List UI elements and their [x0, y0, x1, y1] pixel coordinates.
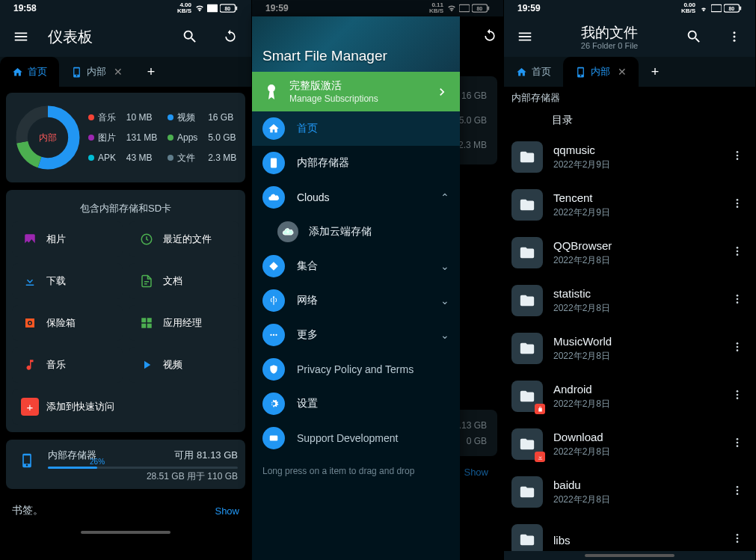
folder-row[interactable]: Android 2022年2月8日 [504, 372, 755, 420]
folder-row[interactable]: baidu 2022年2月8日 [504, 468, 755, 516]
folder-row[interactable]: statistic 2022年2月8日 [504, 277, 755, 324]
refresh-button[interactable] [217, 23, 244, 50]
activate-banner[interactable]: 完整版激活 Manage Subscriptions [252, 72, 460, 111]
phone-icon [13, 449, 40, 483]
row-overflow-button[interactable] [727, 148, 748, 166]
row-overflow-button[interactable] [727, 483, 748, 501]
app-bar: 我的文件 26 Folder 0 File [504, 16, 755, 57]
svg-text:✕: ✕ [211, 6, 214, 10]
chevron-down-icon: ⌄ [440, 260, 449, 272]
nav-handle[interactable] [585, 554, 674, 557]
refresh-button[interactable] [482, 28, 497, 46]
status-bar: 19:58 4.00KB/S ✕ 80 [0, 0, 251, 16]
row-overflow-button[interactable] [727, 435, 748, 453]
svg-rect-21 [711, 4, 722, 11]
svg-point-53 [737, 538, 739, 540]
svg-point-31 [737, 199, 739, 201]
folder-name: Tencent [553, 191, 716, 204]
svg-point-51 [737, 493, 739, 495]
folder-icon [511, 476, 543, 508]
svg-rect-20 [270, 436, 278, 441]
row-overflow-button[interactable] [727, 339, 748, 357]
app-bar: 仪表板 [0, 16, 251, 57]
add-quick-access-tile[interactable]: + 添加到快速访问 [12, 389, 239, 425]
quick-tile-apps[interactable]: 应用经理 [129, 305, 239, 341]
main-scroll[interactable]: 内部 音乐10 MB视频16 GB图片131 MBApps5.0 GBAPK43… [0, 87, 251, 560]
quick-tile-doc[interactable]: 文档 [129, 263, 239, 299]
folder-row[interactable]: Download 2022年2月8日 [504, 420, 755, 468]
row-overflow-button[interactable] [727, 292, 748, 310]
quick-tile-download[interactable]: 下载 [12, 263, 123, 299]
show-button[interactable]: Show [215, 505, 239, 517]
folder-row[interactable]: qqmusic 2022年2月9日 [504, 133, 755, 181]
folder-row[interactable]: Tencent 2022年2月9日 [504, 181, 755, 229]
legend-item: 音乐 [88, 111, 117, 124]
search-button[interactable] [176, 23, 203, 50]
drawer-item-network[interactable]: 网络 ⌄ [252, 283, 460, 318]
cloud-plus-icon [282, 226, 294, 238]
add-tab-button[interactable]: + [639, 57, 672, 87]
storage-legend: 音乐10 MB视频16 GB图片131 MBApps5.0 GBAPK43 MB… [88, 111, 238, 164]
legend-value: 16 GB [208, 112, 238, 123]
folder-icon [511, 237, 543, 268]
nav-drawer: Smart File Manager 完整版激活 Manage Subscrip… [252, 16, 460, 560]
tab-internal[interactable]: 内部 ✕ [563, 57, 639, 87]
quick-tile-music[interactable]: 音乐 [12, 347, 123, 383]
drawer-item-add-cloud[interactable]: 添加云端存储 [252, 215, 460, 249]
folder-row[interactable]: QQBrowser 2022年2月8日 [504, 229, 755, 277]
svg-point-18 [273, 334, 274, 336]
folder-row[interactable]: libs [504, 516, 755, 551]
folder-row[interactable]: MusicWorld 2022年2月8日 [504, 324, 755, 372]
svg-point-30 [737, 158, 739, 160]
quick-tile-recent[interactable]: 最近的文件 [129, 221, 239, 257]
drawer-title: Smart File Manager [252, 16, 460, 72]
legend-item: APK [88, 153, 117, 163]
svg-point-50 [737, 490, 739, 492]
close-tab-icon[interactable]: ✕ [618, 67, 627, 77]
legend-item: 图片 [88, 132, 117, 144]
drawer-item-more[interactable]: 更多 ⌄ [252, 318, 460, 352]
drawer-item-clouds[interactable]: Clouds ⌃ [252, 180, 460, 215]
drawer-item-internal[interactable]: 内部存储器 [252, 146, 460, 180]
quick-tile-video[interactable]: 视频 [129, 347, 239, 383]
folder-name: Download [553, 431, 716, 443]
breadcrumb[interactable]: 内部存储器 [504, 87, 755, 108]
svg-point-49 [737, 486, 739, 488]
svg-point-33 [737, 206, 739, 208]
chevron-down-icon: ⌄ [440, 295, 449, 307]
svg-point-32 [737, 203, 739, 205]
quick-tile-photo[interactable]: 相片 [12, 221, 123, 257]
overflow-button[interactable] [721, 23, 748, 50]
menu-button[interactable] [511, 23, 538, 50]
svg-point-44 [737, 394, 739, 396]
tab-internal[interactable]: 内部 ✕ [59, 57, 135, 87]
quick-tile-vault[interactable]: 保险箱 [12, 305, 123, 341]
drawer-item-support[interactable]: Support Development [252, 421, 460, 455]
internal-storage-row[interactable]: 内部存储器 可用 81.13 GB 26% 28.51 GB 用于 110 GB [6, 440, 245, 489]
drawer-item-home[interactable]: 首页 [252, 111, 460, 146]
video-icon [138, 356, 156, 374]
svg-point-47 [737, 442, 739, 444]
menu-button[interactable] [7, 23, 34, 50]
apps-icon [138, 314, 156, 332]
drawer-item-settings[interactable]: 设置 [252, 387, 460, 421]
search-button[interactable] [680, 23, 707, 50]
svg-point-37 [737, 295, 739, 297]
close-tab-icon[interactable]: ✕ [114, 67, 123, 77]
svg-point-36 [737, 253, 739, 256]
tab-home[interactable]: 首页 [0, 57, 59, 87]
drawer-item-privacy[interactable]: Privacy Policy and Terms [252, 352, 460, 387]
tab-row: 首页 内部 ✕ + [0, 57, 251, 87]
row-overflow-button[interactable] [727, 244, 748, 262]
row-overflow-button[interactable] [727, 531, 748, 549]
file-list[interactable]: qqmusic 2022年2月9日 Tencent 2022年2月9日 QQBr… [504, 133, 755, 551]
add-tab-button[interactable]: + [135, 57, 168, 87]
more-icon [268, 330, 279, 340]
status-time: 19:58 [13, 3, 37, 13]
row-overflow-button[interactable] [727, 387, 748, 405]
tab-home[interactable]: 首页 [504, 57, 563, 87]
nav-handle[interactable] [81, 531, 170, 534]
wifi-icon [194, 4, 205, 13]
row-overflow-button[interactable] [727, 196, 748, 214]
drawer-item-collections[interactable]: 集合 ⌄ [252, 249, 460, 283]
